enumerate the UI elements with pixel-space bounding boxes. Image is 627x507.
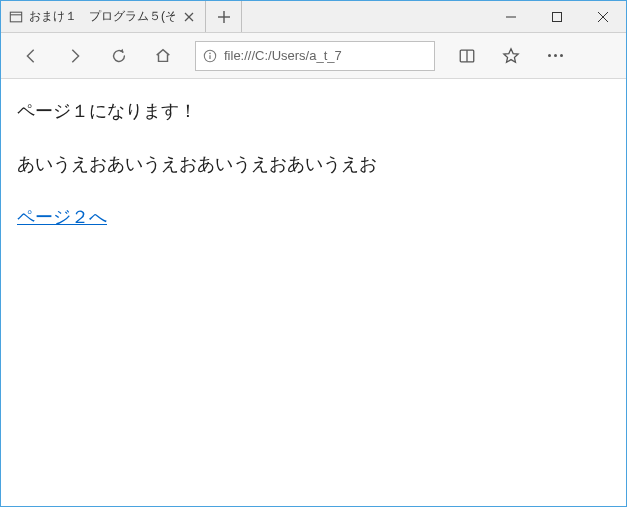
back-button[interactable]	[11, 38, 51, 74]
window-controls	[488, 1, 626, 32]
refresh-button[interactable]	[99, 38, 139, 74]
page-content: ページ１になります！ あいうえおあいうえおあいうえおあいうえお ページ２へ	[1, 79, 626, 506]
info-icon[interactable]	[202, 48, 218, 64]
titlebar: おまけ１ プログラム５(そ(	[1, 1, 626, 33]
page-icon	[9, 10, 23, 24]
svg-rect-0	[10, 12, 21, 22]
page-paragraph: あいうえおあいうえおあいうえおあいうえお	[17, 150, 610, 179]
svg-rect-7	[553, 12, 562, 21]
new-tab-button[interactable]	[206, 1, 242, 32]
close-tab-icon[interactable]	[181, 9, 197, 25]
more-icon	[548, 54, 563, 57]
svg-marker-15	[504, 48, 518, 62]
more-button[interactable]	[535, 38, 575, 74]
page-link[interactable]: ページ２へ	[17, 207, 107, 227]
browser-tab[interactable]: おまけ１ プログラム５(そ(	[1, 1, 206, 32]
forward-button[interactable]	[55, 38, 95, 74]
page-heading: ページ１になります！	[17, 97, 610, 126]
titlebar-drag-area[interactable]	[242, 1, 488, 32]
url-text: file:///C:/Users/a_t_7	[224, 48, 428, 63]
svg-point-11	[209, 52, 211, 54]
maximize-button[interactable]	[534, 1, 580, 32]
home-button[interactable]	[143, 38, 183, 74]
minimize-button[interactable]	[488, 1, 534, 32]
toolbar: file:///C:/Users/a_t_7	[1, 33, 626, 79]
tab-title: おまけ１ プログラム５(そ(	[29, 8, 175, 25]
favorites-button[interactable]	[491, 38, 531, 74]
close-window-button[interactable]	[580, 1, 626, 32]
address-bar[interactable]: file:///C:/Users/a_t_7	[195, 41, 435, 71]
reading-mode-button[interactable]	[447, 38, 487, 74]
